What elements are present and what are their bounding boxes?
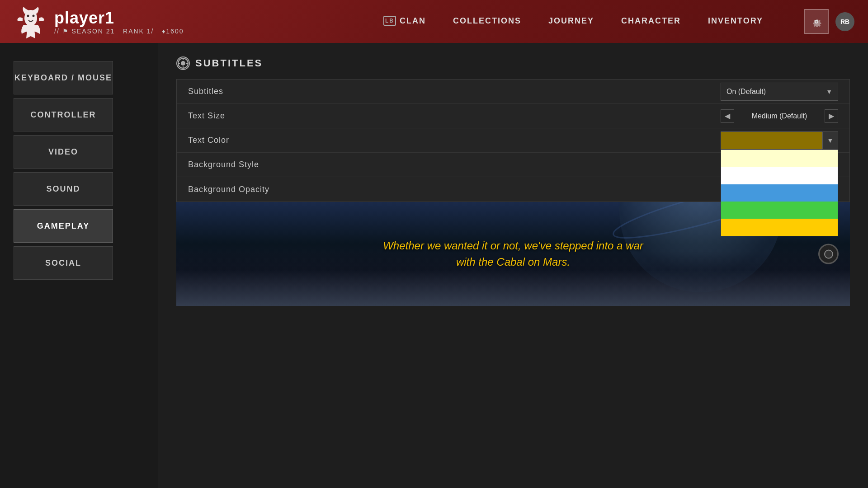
preview-fog: [176, 270, 850, 306]
settings-row-text-color: Text Color ▼: [177, 128, 849, 153]
text-size-value: Medium (Default): [738, 112, 821, 120]
rb-button[interactable]: RB: [835, 12, 854, 31]
settings-row-text-size: Text Size ◀ Medium (Default) ▶: [177, 104, 849, 128]
subtitles-dropdown-arrow: ▼: [826, 88, 832, 95]
subtitles-label: Subtitles: [188, 87, 721, 96]
preview-subtitle-text: Whether we wanted it or not, we've stepp…: [383, 238, 643, 270]
color-option-blue[interactable]: [721, 184, 838, 202]
section-title: SUBTITLES: [195, 57, 263, 69]
subtitles-value: On (Default): [726, 88, 766, 96]
player-logo: [14, 5, 47, 38]
lb-icon: LB: [383, 16, 396, 26]
color-option-green[interactable]: [721, 202, 838, 219]
gear-icon: [811, 16, 822, 27]
scroll-inner: [824, 249, 833, 258]
nav-item-character[interactable]: CHARACTER: [608, 0, 694, 43]
text-size-label: Text Size: [188, 111, 721, 121]
nav-journey-label: JOURNEY: [548, 16, 594, 26]
sidebar-item-gameplay[interactable]: GAMEPLAY: [14, 209, 113, 243]
subtitles-icon: [176, 56, 190, 70]
sidebar-item-video[interactable]: VIDEO: [14, 135, 113, 169]
preview-text-line1: Whether we wanted it or not, we've stepp…: [383, 238, 643, 254]
subtitles-dropdown[interactable]: On (Default) ▼: [721, 83, 838, 101]
bg-style-label: Background Style: [188, 160, 721, 169]
player-name: player1: [54, 9, 184, 28]
text-color-swatch: [721, 131, 822, 150]
text-size-next-button[interactable]: ▶: [825, 109, 838, 123]
text-size-prev-button[interactable]: ◀: [721, 109, 734, 123]
nav-item-inventory[interactable]: INVENTORY: [694, 0, 777, 43]
section-header: SUBTITLES: [176, 56, 850, 70]
text-color-dropdown-button[interactable]: ▼: [822, 131, 838, 150]
color-option-white[interactable]: [721, 167, 838, 184]
player-info: player1 // ⚑ SEASON 21 RANK 1/ ♦1600: [54, 9, 184, 35]
sidebar-item-social[interactable]: SOCIAL: [14, 246, 113, 280]
preview-text-line2: with the Cabal on Mars.: [383, 254, 643, 270]
nav-item-clan[interactable]: LB CLAN: [370, 0, 439, 43]
nav-inventory-label: INVENTORY: [708, 16, 763, 26]
color-option-cream[interactable]: [721, 150, 838, 167]
bg-opacity-label: Background Opacity: [188, 185, 721, 194]
text-size-control: ◀ Medium (Default) ▶: [721, 109, 838, 123]
sidebar: KEYBOARD / MOUSE CONTROLLER VIDEO SOUND …: [0, 43, 158, 488]
text-color-label: Text Color: [188, 136, 721, 145]
header: player1 // ⚑ SEASON 21 RANK 1/ ♦1600 LB …: [0, 0, 868, 43]
header-icons: RB: [804, 9, 854, 34]
nav-collections-label: COLLECTIONS: [453, 16, 521, 26]
text-color-swatch-container: ▼: [721, 131, 838, 150]
subtitles-control: On (Default) ▼: [721, 83, 838, 101]
nav-character-label: CHARACTER: [621, 16, 681, 26]
settings-button[interactable]: [804, 9, 829, 34]
main-nav: LB CLAN COLLECTIONS JOURNEY CHARACTER IN…: [370, 0, 777, 43]
nav-item-journey[interactable]: JOURNEY: [535, 0, 608, 43]
settings-table: Subtitles On (Default) ▼ Text Size ◀ Med…: [176, 79, 850, 202]
nav-clan-label: CLAN: [400, 16, 426, 26]
text-color-control: ▼: [721, 131, 838, 150]
color-option-yellow[interactable]: [721, 219, 838, 236]
subtitle-icon-svg: [177, 57, 189, 69]
svg-point-1: [27, 15, 29, 17]
main-content: KEYBOARD / MOUSE CONTROLLER VIDEO SOUND …: [0, 43, 868, 488]
player-section: player1 // ⚑ SEASON 21 RANK 1/ ♦1600: [14, 5, 217, 38]
content-area: SUBTITLES Subtitles On (Default) ▼ Text …: [158, 43, 868, 488]
player-subtitle: // ⚑ SEASON 21 RANK 1/ ♦1600: [54, 28, 184, 35]
text-size-stepper: ◀ Medium (Default) ▶: [721, 109, 838, 123]
sidebar-item-sound[interactable]: SOUND: [14, 172, 113, 206]
sidebar-item-keyboard-mouse[interactable]: KEYBOARD / MOUSE: [14, 61, 113, 94]
sidebar-item-controller[interactable]: CONTROLLER: [14, 98, 113, 131]
season-label: // ⚑ SEASON 21 RANK 1/ ♦1600: [54, 28, 184, 35]
nav-item-collections[interactable]: COLLECTIONS: [439, 0, 535, 43]
scroll-indicator: [818, 244, 839, 264]
svg-point-4: [181, 61, 185, 66]
svg-point-2: [33, 15, 35, 17]
color-picker-dropdown: [721, 150, 838, 236]
settings-row-subtitles: Subtitles On (Default) ▼: [177, 80, 849, 104]
